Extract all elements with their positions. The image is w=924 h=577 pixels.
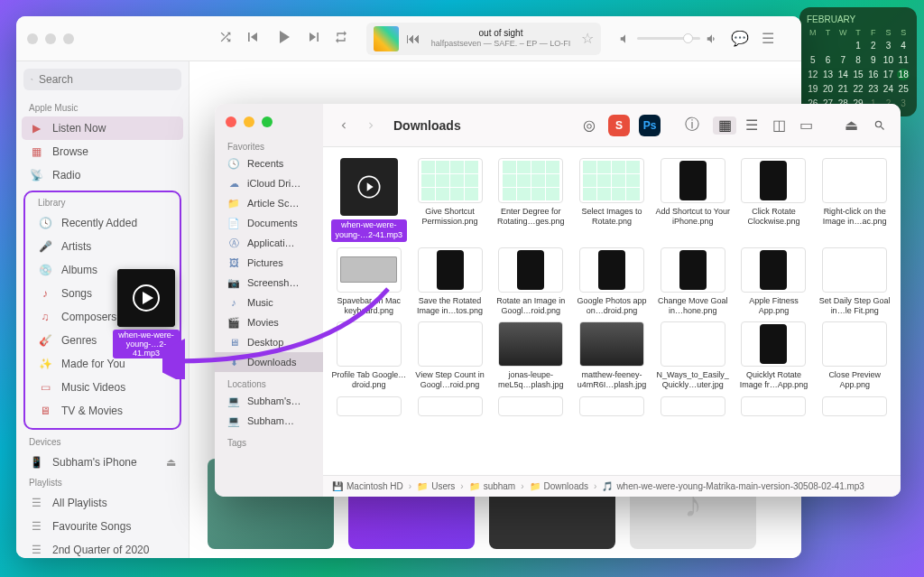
volume-slider[interactable] [637,37,700,40]
toolbar-search-icon[interactable] [870,116,890,135]
queue-icon[interactable]: ☰ [762,30,774,47]
path-segment[interactable]: 🎵when-we-were-young-Matrika-main-version… [602,481,864,491]
file-item[interactable]: Spavebar on Mac keyboard.png [330,247,408,317]
sidebar-recently-added[interactable]: 🕓Recently Added [25,211,180,235]
finder-sidebar-location[interactable]: 💻Subham's… [215,391,323,411]
close-icon[interactable] [226,116,236,127]
minimize-icon[interactable] [244,116,254,127]
file-item[interactable]: Enter Degree for Rotating…ges.png [492,158,569,242]
file-item[interactable] [330,396,408,420]
file-item[interactable]: Change Move Goal in…hone.png [654,247,732,317]
file-item[interactable]: Profile Tab Google…droid.png [330,321,408,391]
search-input[interactable] [23,69,181,90]
app-badge-ps[interactable]: Ps [639,115,661,136]
finder-sidebar-documents[interactable]: 📄Documents [215,213,323,233]
file-item[interactable]: when-we-were-young-…2-41.mp3 [330,158,408,242]
file-item[interactable]: Add Shortcut to Your iPhone.png [654,158,732,242]
file-item[interactable]: N_Ways_to_Easily_Quickly…uter.jpg [654,321,732,391]
finder-file-grid[interactable]: when-we-were-young-…2-41.mp3Give Shortcu… [323,147,901,475]
finder-sidebar-downloads[interactable]: ⬇Downloads [215,352,323,372]
airdrop-icon[interactable]: ◎ [579,116,599,135]
file-label: Spavebar on Mac keyboard.png [331,296,407,317]
shuffle-icon[interactable] [218,30,233,48]
finder-sidebar-article-sc-[interactable]: 📁Article Sc… [215,193,323,213]
icon-view-icon[interactable]: ▦ [713,116,736,135]
finder-sidebar-icloud-dri-[interactable]: ☁iCloud Dri… [215,173,323,193]
sidebar-playlist[interactable]: ☰All Playlists [16,491,189,515]
finder-sidebar-location[interactable]: 💻Subham… [215,411,323,431]
file-item[interactable]: Click Rotate Clockwise.png [735,158,813,242]
next-icon[interactable] [305,28,323,50]
forward-icon[interactable] [361,116,381,135]
previous-icon[interactable] [244,28,262,50]
back-icon[interactable] [334,116,354,135]
repeat-icon[interactable] [334,30,348,48]
file-item[interactable]: Select Images to Rotate.png [573,158,651,242]
file-item[interactable] [735,396,813,420]
favorite-star-icon[interactable]: ☆ [581,30,594,47]
sidebar-genres[interactable]: 🎸Genres [25,329,180,352]
volume-control[interactable] [619,33,718,45]
file-item[interactable] [492,396,569,420]
finder-sidebar-pictures[interactable]: 🖼Pictures [215,253,323,273]
file-item[interactable] [654,396,732,420]
file-item[interactable] [573,396,651,420]
finder-sidebar-screensh-[interactable]: 📷Screensh… [215,273,323,293]
finder-traffic-lights[interactable] [215,111,305,140]
close-icon[interactable] [27,33,38,44]
finder-sidebar-music[interactable]: ♪Music [215,293,323,312]
column-view-icon[interactable]: ◫ [767,116,790,135]
sidebar-tv-&-movies[interactable]: 🖥TV & Movies [25,399,180,423]
sidebar-device[interactable]: 📱Subham's iPhone⏏ [16,451,189,474]
file-item[interactable]: Right-click on the Image in…ac.png [816,158,893,242]
file-item[interactable]: Apple Fitness App.png [735,247,813,317]
finder-sidebar-desktop[interactable]: 🖥Desktop [215,332,323,352]
file-item[interactable]: Set Daily Step Goal in…le Fit.png [816,247,893,317]
sidebar-songs[interactable]: ♪Songs [25,282,180,305]
file-item[interactable]: jonas-leupe-meL5q…plash.jpg [492,321,569,391]
sidebar-composers[interactable]: ♫Composers [25,305,180,329]
search-field[interactable] [39,73,174,86]
sidebar-radio[interactable]: 📡Radio [16,163,189,187]
info-icon[interactable]: ⓘ [682,116,702,135]
minimize-icon[interactable] [45,33,56,44]
sidebar-browse[interactable]: ▦Browse [16,140,189,163]
file-item[interactable] [816,396,893,420]
play-icon[interactable] [273,26,294,51]
file-item[interactable] [411,396,489,420]
eject-icon[interactable]: ⏏ [166,456,176,469]
file-item[interactable]: Google Photos app on…droid.png [573,247,651,317]
path-segment[interactable]: 💾Macintosh HD [332,481,403,491]
step-back-icon[interactable]: ⏮ [406,31,420,47]
file-item[interactable]: Close Preview App.png [816,321,893,391]
zoom-icon[interactable] [262,116,273,127]
zoom-icon[interactable] [63,33,74,44]
finder-path-bar[interactable]: 💾Macintosh HD›📁Users›📁subham›📁Downloads›… [323,475,901,497]
sidebar-artists[interactable]: 🎤Artists [25,235,180,258]
sidebar-listen-now[interactable]: ▶Listen Now [22,116,183,140]
finder-sidebar-applicati-[interactable]: ⒶApplicati… [215,233,323,253]
lyrics-icon[interactable]: 💬 [731,30,749,47]
file-item[interactable]: matthew-feeney-u4mR6I…plash.jpg [573,321,651,391]
gallery-view-icon[interactable]: ▭ [794,116,818,135]
sidebar-playlist[interactable]: ☰2nd Quarter of 2020 [16,538,189,558]
finder-sidebar-movies[interactable]: 🎬Movies [215,312,323,332]
eject-icon[interactable]: ⏏ [841,116,861,135]
app-badge-s[interactable]: S [608,115,630,136]
file-item[interactable]: Quicklyt Rotate Image fr…App.png [735,321,813,391]
finder-sidebar-recents[interactable]: 🕓Recents [215,154,323,173]
sidebar-albums[interactable]: 💿Albums [25,258,180,282]
music-traffic-lights[interactable] [27,33,74,44]
sidebar-made-for-you[interactable]: ✨Made for You [25,352,180,376]
path-segment[interactable]: 📁Users [417,481,455,491]
now-playing-display[interactable]: ⏮ out of sight halfpastseven — SAFE. – E… [366,23,601,55]
file-item[interactable]: View Step Count in Googl…roid.png [411,321,489,391]
list-view-icon[interactable]: ☰ [740,116,763,135]
path-segment[interactable]: 📁Downloads [530,481,588,491]
file-item[interactable]: Rotate an Image in Googl…roid.png [492,247,569,317]
file-item[interactable]: Save the Rotated Image in…tos.png [411,247,489,317]
sidebar-playlist[interactable]: ☰Favourite Songs [16,515,189,538]
path-segment[interactable]: 📁subham [469,481,516,491]
file-item[interactable]: Give Shortcut Permission.png [411,158,489,242]
sidebar-music-videos[interactable]: ▭Music Videos [25,376,180,399]
